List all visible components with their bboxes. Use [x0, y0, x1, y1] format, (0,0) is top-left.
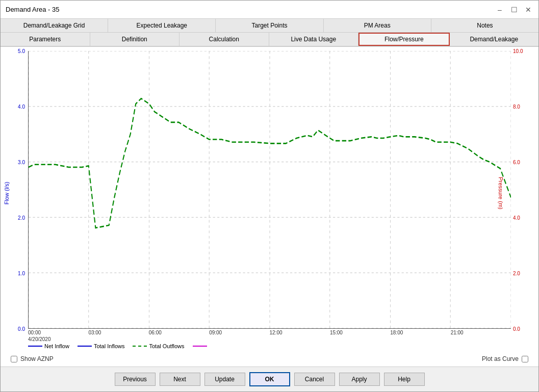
y-right-tick-8: 8.0 [513, 104, 520, 110]
legend-total-outflows: Total Outflows [133, 343, 184, 349]
tab-demand-leakage-grid[interactable]: Demand/Leakage Grid [1, 19, 108, 32]
x-label-5: 15:00 [330, 330, 343, 335]
legend-total-inflows-label: Total Inflows [94, 343, 125, 349]
chart-area: Flow (l/s) 5.0 4.0 3.0 2.0 1.0 0.0 [1, 47, 538, 351]
plot-as-curve-group: Plot as Curve [482, 355, 528, 362]
show-aznp-label: Show AZNP [20, 355, 54, 362]
legend-net-inflow: Net Inflow [28, 343, 69, 349]
cancel-button[interactable]: Cancel [294, 373, 335, 386]
legend-extra-line [193, 346, 207, 347]
legend-total-inflows-line [78, 346, 92, 347]
apply-button[interactable]: Apply [339, 373, 380, 386]
x-label-4: 12:00 [270, 330, 283, 335]
previous-button[interactable]: Previous [115, 373, 156, 386]
tab-definition[interactable]: Definition [90, 33, 180, 46]
plot-as-curve-label: Plot as Curve [482, 355, 519, 362]
tab-expected-leakage[interactable]: Expected Leakage [108, 19, 216, 32]
x-axis-area: 00:00 03:00 06:00 09:00 12:00 15:00 18:0… [28, 329, 511, 336]
update-button[interactable]: Update [204, 373, 245, 386]
tab-parameters[interactable]: Parameters [1, 33, 90, 46]
x-label-2: 06:00 [149, 330, 162, 335]
y-left-tick-1: 1.0 [18, 271, 27, 276]
x-label-0: 00:00 [28, 330, 41, 335]
y-axis-left: Flow (l/s) 5.0 4.0 3.0 2.0 1.0 0.0 [3, 51, 28, 329]
y-right-tick-10: 10.0 [513, 48, 523, 54]
tab-pm-areas[interactable]: PM Areas [324, 19, 431, 32]
y-right-label: Pressure (m) [498, 177, 504, 210]
y-right-tick-4: 4.0 [513, 215, 520, 221]
options-row: Show AZNP Plot as Curve [1, 351, 538, 367]
tab-demand-leakage[interactable]: Demand/Leakage [450, 33, 539, 46]
next-button[interactable]: Next [160, 373, 200, 386]
footer-bar: Previous Next Update OK Cancel Apply Hel… [1, 367, 538, 391]
tab-notes[interactable]: Notes [431, 19, 538, 32]
y-left-tick-2: 2.0 [18, 215, 27, 221]
x-label-1: 03:00 [88, 330, 101, 335]
close-button[interactable]: ✕ [523, 5, 533, 15]
x-label-7: 21:00 [451, 330, 464, 335]
tab-row-2: Parameters Definition Calculation Live D… [1, 33, 538, 47]
x-labels: 00:00 03:00 06:00 09:00 12:00 15:00 18:0… [28, 329, 511, 336]
y-right-tick-0: 0.0 [513, 326, 520, 332]
show-aznp-checkbox[interactable] [11, 356, 17, 362]
legend-area: Net Inflow Total Inflows Total Outflows [28, 343, 536, 349]
legend-net-inflow-label: Net Inflow [44, 343, 69, 349]
tab-calculation[interactable]: Calculation [179, 33, 269, 46]
minimize-button[interactable]: – [495, 5, 505, 15]
tab-row-1: Demand/Leakage Grid Expected Leakage Tar… [1, 19, 538, 33]
tab-target-points[interactable]: Target Points [216, 19, 323, 32]
legend-net-inflow-line [28, 346, 42, 347]
x-label-6: 18:00 [390, 330, 403, 335]
title-bar: Demand Area - 35 – ☐ ✕ [1, 1, 538, 19]
y-left-tick-3: 3.0 [18, 160, 27, 165]
show-aznp-group: Show AZNP [11, 355, 54, 362]
y-right-tick-6: 6.0 [513, 160, 520, 165]
chart-plot [28, 51, 511, 329]
help-button[interactable]: Help [384, 373, 425, 386]
legend-total-inflows: Total Inflows [78, 343, 125, 349]
legend-extra [193, 346, 209, 347]
plot-as-curve-checkbox[interactable] [522, 356, 528, 362]
y-axis-right: Pressure (m) 10.0 8.0 6.0 4.0 2.0 0.0 [511, 51, 536, 329]
chart-container: Flow (l/s) 5.0 4.0 3.0 2.0 1.0 0.0 [3, 51, 536, 329]
y-left-tick-4: 4.0 [18, 104, 27, 110]
y-right-tick-2: 2.0 [513, 271, 520, 276]
y-left-tick-0: 0.0 [18, 326, 27, 332]
ok-button[interactable]: OK [249, 372, 290, 386]
legend-total-outflows-label: Total Outflows [149, 343, 184, 349]
window-title: Demand Area - 35 [6, 6, 60, 13]
legend-total-outflows-line [133, 346, 147, 347]
main-window: Demand Area - 35 – ☐ ✕ Demand/Leakage Gr… [0, 0, 539, 392]
tab-flow-pressure[interactable]: Flow/Pressure [358, 33, 450, 46]
chart-svg [29, 51, 511, 328]
window-controls: – ☐ ✕ [495, 5, 533, 15]
tab-live-data-usage[interactable]: Live Data Usage [269, 33, 359, 46]
y-left-tick-5: 5.0 [18, 48, 27, 54]
maximize-button[interactable]: ☐ [509, 5, 519, 15]
x-label-3: 09:00 [209, 330, 222, 335]
chart-date: 4/20/2020 [28, 336, 536, 342]
